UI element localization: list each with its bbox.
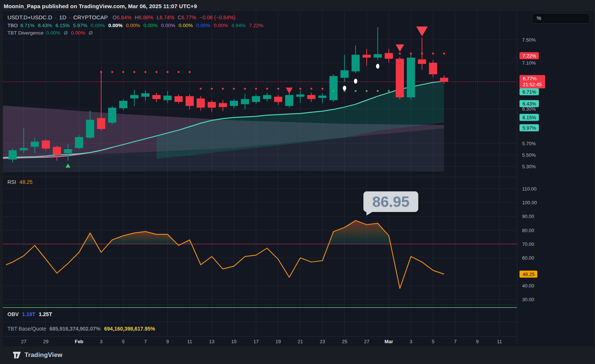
chart-plot-area[interactable]: USDT.D+USDC.D · 1D · CRYPTOCAP O6.84%H6.…: [3, 11, 517, 346]
rsi-label[interactable]: RSI: [7, 179, 16, 185]
time-axis-label[interactable]: 3: [409, 339, 412, 344]
time-axis-label[interactable]: 27: [364, 339, 369, 344]
pane-separator[interactable]: [3, 305, 517, 305]
time-axis-label[interactable]: 11: [497, 339, 502, 344]
price-tick-label[interactable]: 7.10%: [522, 60, 536, 66]
candle-body[interactable]: [186, 96, 194, 106]
candle-body[interactable]: [141, 93, 149, 97]
time-axis-label[interactable]: 21: [298, 339, 303, 344]
time-axis-label[interactable]: 3: [100, 339, 102, 344]
tbt-base-quote-label[interactable]: TBT Base/Quote: [7, 326, 46, 332]
chart-canvas[interactable]: [3, 11, 517, 336]
obv-legend-row[interactable]: OBV 1.19T1.25T: [7, 311, 52, 317]
candle-body[interactable]: [64, 149, 72, 153]
candle-body[interactable]: [97, 118, 105, 129]
candle-body[interactable]: [241, 99, 249, 104]
last-price-badge[interactable]: 6.77%21:52:45: [520, 75, 545, 88]
price-level-badge[interactable]: 7.22%: [520, 52, 539, 59]
symbol-title[interactable]: USDT.D+USDC.D: [7, 14, 52, 20]
candle-body[interactable]: [374, 54, 382, 58]
price-scale[interactable]: % 7.50%7.10%6.30%5.70%5.50%5.30%110.0010…: [517, 11, 594, 346]
tbt-base-quote-row[interactable]: TBT Base/Quote 685,916,374,902.07%694,16…: [7, 326, 155, 332]
candle-body[interactable]: [418, 59, 426, 64]
candle-body[interactable]: [130, 95, 138, 98]
candle-body[interactable]: [363, 55, 371, 58]
price-tick-label[interactable]: 7.50%: [522, 37, 536, 43]
candle-body[interactable]: [318, 95, 327, 98]
candle-body[interactable]: [219, 103, 227, 107]
candle-body[interactable]: [263, 95, 271, 99]
time-axis-label[interactable]: Mar: [385, 339, 393, 344]
price-level-badge[interactable]: 5.97%: [520, 124, 539, 131]
tbt-divergence-label[interactable]: TBT Divergence: [7, 30, 44, 36]
price-level-badge[interactable]: 6.43%: [520, 100, 539, 107]
scale-unit-button[interactable]: %: [532, 13, 590, 24]
candle-body[interactable]: [119, 101, 128, 108]
candle-body[interactable]: [208, 102, 216, 108]
price-tick-label[interactable]: 5.50%: [522, 152, 536, 158]
candle-body[interactable]: [20, 148, 28, 150]
candle-body[interactable]: [429, 63, 437, 74]
tbt-divergence-row[interactable]: TBT Divergence 0.00%Ø0.00%Ø: [7, 30, 93, 36]
candle-body[interactable]: [86, 120, 94, 137]
pane-separator[interactable]: [3, 322, 517, 322]
time-axis-label[interactable]: 27: [21, 339, 26, 344]
time-axis[interactable]: 2729Feb3579111315171921232527Mar35791113: [3, 336, 517, 346]
candle-body[interactable]: [230, 101, 238, 106]
candle-body[interactable]: [407, 58, 415, 97]
candle-body[interactable]: [174, 96, 183, 102]
candle-body[interactable]: [351, 55, 360, 71]
candle-body[interactable]: [307, 95, 315, 99]
time-axis-label[interactable]: 5: [122, 339, 125, 344]
candle-body[interactable]: [31, 142, 39, 147]
pane-separator[interactable]: [3, 177, 517, 177]
time-axis-label[interactable]: 25: [342, 339, 347, 344]
rsi-tick-label[interactable]: 60.00: [522, 255, 534, 261]
rsi-tick-label[interactable]: 70.00: [522, 241, 534, 247]
candle-body[interactable]: [396, 59, 404, 97]
time-axis-label[interactable]: 29: [43, 339, 48, 344]
candle-body[interactable]: [108, 108, 116, 123]
price-tick-label[interactable]: 5.70%: [522, 141, 536, 146]
candle-body[interactable]: [42, 140, 50, 149]
rsi-tick-label[interactable]: 90.00: [522, 214, 534, 219]
candle-body[interactable]: [53, 147, 61, 155]
tbo-legend-row[interactable]: TBO 6.71%6.43%6.15%5.97%0.00%0.00%0.00%0…: [7, 23, 263, 28]
time-axis-label[interactable]: 9: [166, 339, 169, 344]
tradingview-logo[interactable]: TradingView: [13, 351, 62, 359]
time-axis-label[interactable]: 19: [276, 339, 281, 344]
rsi-tick-label[interactable]: 40.00: [522, 283, 534, 288]
tbo-label[interactable]: TBO: [7, 23, 18, 28]
candle-body[interactable]: [385, 53, 393, 59]
candle-body[interactable]: [197, 98, 205, 108]
candle-body[interactable]: [152, 95, 161, 99]
rsi-tick-label[interactable]: 80.00: [522, 227, 534, 233]
time-axis-label[interactable]: 7: [144, 339, 147, 344]
candle-body[interactable]: [296, 94, 305, 97]
time-axis-label[interactable]: 9: [476, 339, 479, 344]
candle-body[interactable]: [329, 76, 338, 100]
candle-body[interactable]: [285, 95, 293, 106]
time-axis-label[interactable]: 13: [209, 339, 214, 344]
candle-body[interactable]: [341, 70, 349, 78]
candle-body[interactable]: [164, 95, 172, 100]
candle-body[interactable]: [9, 150, 17, 160]
rsi-value-badge[interactable]: 48.25: [520, 271, 537, 278]
interval-label[interactable]: 1D: [59, 14, 66, 20]
time-axis-label[interactable]: 23: [320, 339, 325, 344]
rsi-tick-label[interactable]: 110.00: [522, 186, 537, 191]
time-axis-label[interactable]: Feb: [75, 339, 83, 344]
candle-body[interactable]: [274, 97, 282, 102]
obv-label[interactable]: OBV: [7, 311, 19, 317]
candle-body[interactable]: [440, 78, 448, 82]
time-axis-label[interactable]: 11: [187, 339, 192, 344]
rsi-tick-label[interactable]: 100.00: [522, 200, 537, 205]
candle-body[interactable]: [252, 96, 260, 102]
candle-body[interactable]: [75, 137, 83, 148]
symbol-legend-row[interactable]: USDT.D+USDC.D · 1D · CRYPTOCAP O6.84%H6.…: [7, 14, 235, 20]
price-level-badge[interactable]: 6.71%: [520, 88, 539, 95]
time-axis-label[interactable]: 15: [231, 339, 237, 344]
time-axis-label[interactable]: 5: [432, 339, 434, 344]
rsi-tick-label[interactable]: 30.00: [522, 297, 534, 302]
price-tick-label[interactable]: 5.30%: [522, 164, 536, 169]
